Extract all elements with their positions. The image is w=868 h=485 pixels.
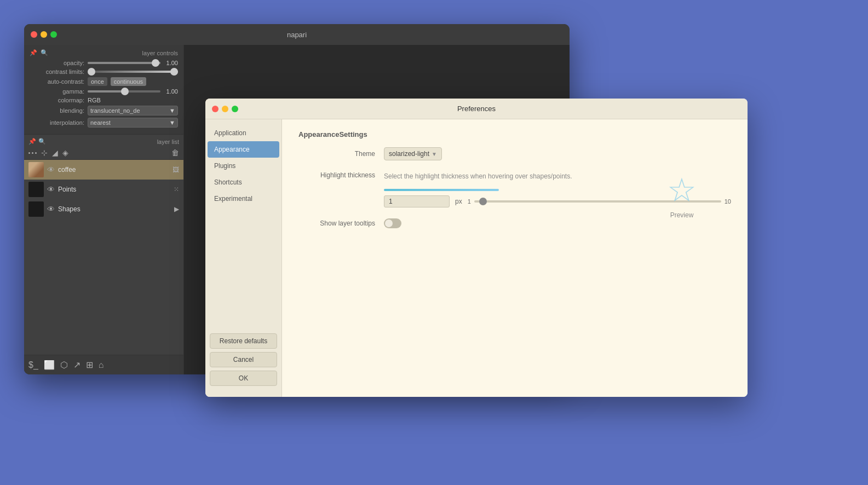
layer-toolbar: ⊹ ◢ ◈ 🗑 [24, 147, 183, 160]
colormap-value: RGB [88, 97, 178, 103]
controls-title-label: layer controls [48, 50, 178, 56]
gamma-value: 1.00 [163, 88, 178, 95]
terminal-icon[interactable]: $_ [28, 360, 38, 370]
layer-item-shapes[interactable]: 👁 Shapes ▶ [24, 199, 183, 219]
prefs-sidebar: Application Appearance Plugins Shortcuts… [205, 119, 282, 397]
minimize-button[interactable] [41, 31, 47, 38]
select-tool-icon[interactable]: ⊹ [41, 148, 48, 157]
layer-list-section: 📌 🔍 layer list ⊹ ◢ ◈ 🗑 [24, 135, 183, 355]
continuous-button[interactable]: continuous [111, 77, 146, 86]
grid-icon[interactable]: ⊞ [86, 360, 93, 370]
interpolation-label: interpolation: [30, 119, 84, 126]
polygon-tool-icon[interactable]: ◢ [52, 148, 58, 157]
window-title: napari [287, 31, 307, 39]
prefs-minimize-button[interactable] [222, 106, 228, 112]
fill-tool-icon[interactable]: ◈ [62, 148, 68, 157]
prefs-titlebar: Preferences [205, 99, 748, 119]
preview-star-icon: ☆ [667, 174, 697, 207]
layer-thumbnail-coffee [28, 162, 44, 177]
opacity-value: 1.00 [163, 60, 178, 66]
maximize-button[interactable] [50, 31, 57, 38]
preview-area: ☆ Preview [649, 174, 715, 240]
2d-view-icon[interactable]: ⬜ [44, 360, 55, 370]
toggle-knob [385, 220, 393, 227]
contrast-thumb-right[interactable] [170, 68, 178, 76]
ok-button[interactable]: OK [210, 371, 277, 386]
layer-name-shapes: Shapes [58, 205, 171, 213]
blending-arrow-icon: ▼ [169, 107, 175, 114]
left-panel: 📌 🔍 layer controls opacity: 1.00 [24, 45, 184, 374]
gamma-label: gamma: [30, 88, 84, 95]
bottom-toolbar: $_ ⬜ ⬡ ↗ ⊞ ⌂ [24, 355, 183, 374]
layer-controls-panel: 📌 🔍 layer controls opacity: 1.00 [24, 45, 183, 135]
contrast-slider[interactable] [88, 71, 178, 73]
preview-label: Preview [670, 211, 694, 219]
section-dots [28, 152, 37, 154]
highlight-thickness-label: Highlight thickness [298, 171, 375, 179]
search-icon-list: 🔍 [38, 138, 46, 145]
prefs-titlebar-buttons [212, 106, 238, 112]
cancel-button[interactable]: Cancel [210, 352, 277, 367]
theme-arrow-icon: ▼ [432, 151, 437, 157]
once-button[interactable]: once [88, 77, 107, 86]
layer-type-icon-coffee: 🖼 [173, 166, 179, 174]
theme-label: Theme [298, 150, 375, 158]
sidebar-item-appearance[interactable]: Appearance [208, 141, 279, 158]
gamma-slider[interactable] [88, 90, 160, 93]
opacity-thumb[interactable] [152, 59, 159, 67]
transform-icon[interactable]: ↗ [73, 360, 81, 370]
blending-dropdown[interactable]: translucent_no_de ▼ [88, 106, 178, 116]
prefs-sidebar-buttons: Restore defaults Cancel OK [205, 328, 281, 391]
layer-thumbnail-points [28, 182, 44, 197]
prefs-maximize-button[interactable] [232, 106, 238, 112]
layer-item-coffee[interactable]: 👁 coffee 🖼 [24, 160, 183, 180]
prefs-main: AppearanceSettings Theme solarized-light… [282, 119, 748, 397]
gamma-slider-container: 1.00 [88, 88, 178, 95]
auto-contrast-row: auto-contrast: once continuous [30, 77, 178, 86]
layer-visibility-coffee[interactable]: 👁 [47, 165, 55, 174]
controls-header-left: 📌 🔍 [30, 49, 48, 56]
prefs-dialog-title: Preferences [457, 105, 496, 113]
thickness-min-label: 1 [468, 198, 471, 205]
thickness-slider-thumb[interactable] [479, 198, 487, 205]
close-button[interactable] [31, 31, 37, 38]
layer-visibility-points[interactable]: 👁 [47, 185, 55, 194]
contrast-limits-row: contrast limits: [30, 68, 178, 75]
theme-dropdown[interactable]: solarized-light ▼ [384, 147, 442, 160]
contrast-thumb-left[interactable] [88, 68, 95, 76]
titlebar-buttons [31, 31, 57, 38]
gamma-row: gamma: 1.00 [30, 88, 178, 95]
layer-list-title: layer list [157, 138, 179, 145]
controls-header: 📌 🔍 layer controls [30, 49, 178, 56]
gamma-thumb[interactable] [121, 88, 129, 95]
layer-name-coffee: coffee [58, 166, 169, 174]
contrast-limits-label: contrast limits: [30, 68, 84, 75]
opacity-slider[interactable] [88, 62, 160, 64]
interpolation-dropdown[interactable]: nearest ▼ [88, 118, 178, 128]
sidebar-item-experimental[interactable]: Experimental [205, 190, 281, 207]
colormap-label: colormap: [30, 97, 84, 103]
thickness-input[interactable] [384, 195, 450, 207]
sidebar-item-shortcuts[interactable]: Shortcuts [205, 174, 281, 190]
show-tooltips-label: Show layer tooltips [298, 220, 375, 227]
home-icon[interactable]: ⌂ [99, 360, 104, 370]
show-tooltips-toggle[interactable] [384, 218, 401, 228]
3d-view-icon[interactable]: ⬡ [60, 360, 68, 370]
prefs-close-button[interactable] [212, 106, 219, 112]
preferences-dialog: Preferences Application Appearance Plugi… [205, 99, 748, 397]
sidebar-item-plugins[interactable]: Plugins [205, 158, 281, 174]
layer-item-points[interactable]: 👁 Points ⁙ [24, 180, 183, 199]
opacity-slider-container: 1.00 [88, 60, 178, 66]
highlight-line-preview [384, 189, 499, 191]
delete-layer-icon[interactable]: 🗑 [171, 148, 179, 157]
opacity-row: opacity: 1.00 [30, 60, 178, 66]
blending-row: blending: translucent_no_de ▼ [30, 106, 178, 116]
blending-value: translucent_no_de [90, 107, 140, 114]
layer-visibility-shapes[interactable]: 👁 [47, 205, 55, 213]
restore-defaults-button[interactable]: Restore defaults [210, 333, 277, 349]
layer-type-icon-points: ⁙ [174, 186, 179, 193]
prefs-main-inner: AppearanceSettings Theme solarized-light… [298, 130, 731, 228]
interpolation-value: nearest [90, 119, 111, 126]
sidebar-item-application[interactable]: Application [205, 125, 281, 141]
auto-contrast-label: auto-contrast: [30, 78, 84, 85]
